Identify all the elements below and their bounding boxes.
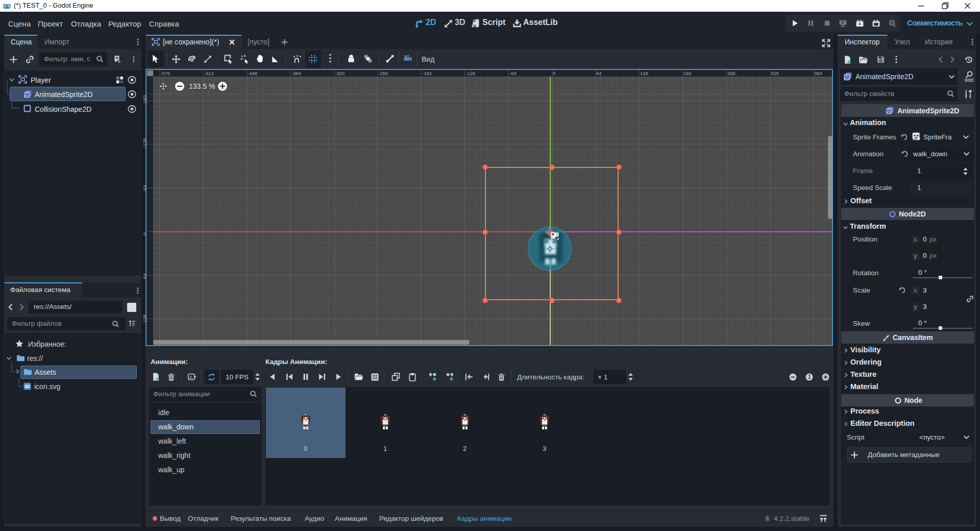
svg-text:A: A [189, 375, 192, 380]
svg-text:1: 1 [808, 374, 811, 380]
svg-text:DOC: DOC [965, 78, 974, 83]
